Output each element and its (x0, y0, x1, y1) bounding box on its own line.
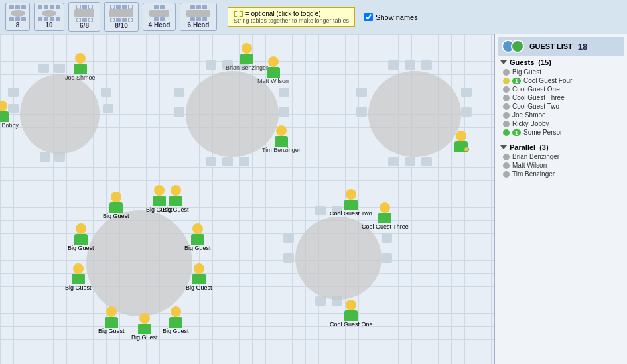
seat (461, 107, 472, 117)
person-tim[interactable]: Tim Benzinger (262, 125, 301, 153)
table-810-btn[interactable]: 8/10 (104, 2, 139, 32)
guest-name: Cool Guest Four (523, 77, 572, 84)
person-head (380, 202, 390, 213)
round-table[interactable] (86, 210, 192, 316)
seat (315, 206, 326, 215)
person-label: Big Guest (103, 213, 129, 219)
person-label: Ricky Bobby (0, 122, 19, 129)
sidebar-header: GUEST LIST 18 (498, 37, 624, 56)
seat (222, 157, 233, 166)
seat (38, 64, 49, 73)
status-dot (464, 147, 469, 152)
person-body (169, 196, 182, 206)
parallel-triangle (500, 145, 507, 149)
guest-item-4[interactable]: Cool Guest Three (498, 93, 624, 102)
person-big-6[interactable]: Big Guest (131, 313, 158, 341)
person-cg1[interactable]: Cool Guest One (330, 300, 373, 328)
person-label: Big Guest (184, 245, 211, 251)
seat (279, 88, 289, 97)
person-label: Big Guest (131, 334, 158, 341)
person-label: Big Guest (186, 284, 212, 291)
person-big-10[interactable]: Big Guest (103, 192, 129, 219)
seat (405, 157, 415, 166)
guests-section-header[interactable]: Guests (15) (498, 56, 624, 68)
person-head (106, 306, 117, 317)
guest-dot (503, 103, 510, 110)
guest-item-3[interactable]: Cool Guest One (498, 85, 624, 93)
seat (54, 152, 65, 162)
guest-item-1[interactable]: Big Guest (498, 68, 624, 76)
round-table[interactable] (20, 74, 100, 154)
seat (382, 233, 392, 243)
show-names-label: Show names (376, 13, 418, 21)
table-10-btn[interactable]: 10 (34, 3, 64, 31)
parallel-dot (503, 171, 510, 178)
show-names-checkbox[interactable] (364, 13, 373, 21)
seat (103, 104, 113, 113)
show-names-container: Show names (364, 13, 418, 21)
person-big-5[interactable]: Big Guest (163, 306, 189, 334)
person-head (346, 300, 356, 310)
guests-label: Guests (510, 58, 534, 66)
seat (382, 253, 392, 263)
round-table[interactable] (368, 71, 461, 157)
person-head (456, 131, 466, 141)
guest-dot (503, 112, 510, 119)
guest-item-2[interactable]: 1 Cool Guest Four (498, 76, 624, 85)
seating-canvas[interactable]: Joe Shmoe Ricky Bobby (0, 34, 494, 364)
optional-icon (234, 11, 243, 17)
person-head (171, 306, 181, 317)
guests-count: (15) (538, 58, 551, 66)
person-head (268, 56, 279, 67)
guest-list-title: GUEST LIST (529, 42, 573, 50)
person-matt[interactable]: Matt Wilson (257, 56, 289, 84)
parallel-item-1[interactable]: Brian Benzinger (498, 152, 624, 161)
guest-item-8[interactable]: 1 Some Person (498, 128, 624, 137)
table-8-btn[interactable]: 8 (5, 3, 30, 31)
person-body (138, 324, 151, 334)
person-big-2[interactable]: Big Guest (163, 185, 189, 213)
person-body (0, 111, 9, 122)
table-68-label: 6/8 (80, 22, 89, 29)
parallel-item-2[interactable]: Matt Wilson (498, 161, 624, 170)
parallel-dot (503, 154, 510, 160)
table-6head-btn[interactable]: 6 Head (180, 3, 217, 31)
parallel-section-header[interactable]: Parallel (3) (498, 141, 624, 152)
seat (356, 107, 367, 117)
seat (315, 296, 326, 306)
person-big-3[interactable]: Big Guest (184, 223, 211, 251)
guest-item-5[interactable]: Cool Guest Two (498, 102, 624, 111)
seat (239, 157, 249, 166)
guests-triangle (500, 60, 507, 64)
table-4head-btn[interactable]: 4 Head (143, 3, 176, 31)
person-big-9[interactable]: Big Guest (68, 223, 94, 251)
guests-list: Big Guest 1 Cool Guest Four Cool Guest O… (498, 68, 624, 137)
guest-name: Joe Shmoe (512, 111, 546, 119)
person-cg3[interactable]: Cool Guest Three (362, 202, 409, 230)
person-big-7[interactable]: Big Guest (98, 306, 125, 334)
seat (356, 88, 367, 97)
person-joe-shmoe[interactable]: Joe Shmoe (65, 53, 96, 81)
guest-item-6[interactable]: Joe Shmoe (498, 111, 624, 119)
person-label: Big Guest (65, 284, 92, 291)
table-6head-label: 6 Head (188, 21, 210, 29)
parallel-name: Tim Benzinger (512, 170, 555, 178)
person-ricky-bobby[interactable]: Ricky Bobby (0, 101, 19, 129)
seat (388, 157, 399, 166)
guest-item-7[interactable]: Ricky Bobby (498, 119, 624, 128)
guest-badge: 1 (512, 129, 521, 136)
person-body (74, 234, 88, 245)
parallel-label: Parallel (510, 143, 535, 151)
seat (40, 152, 50, 162)
seat (283, 253, 294, 263)
parallel-name: Matt Wilson (512, 162, 547, 169)
guest-dot (503, 129, 510, 136)
person-indicator[interactable] (454, 131, 468, 152)
person-big-4[interactable]: Big Guest (186, 263, 212, 291)
person-big-8[interactable]: Big Guest (65, 263, 92, 291)
guest-name: Cool Guest Three (512, 94, 565, 101)
parallel-item-3[interactable]: Tim Benzinger (498, 170, 624, 178)
table-68-btn[interactable]: 6/8 (68, 2, 100, 32)
person-body (240, 54, 253, 64)
seat (8, 88, 19, 97)
